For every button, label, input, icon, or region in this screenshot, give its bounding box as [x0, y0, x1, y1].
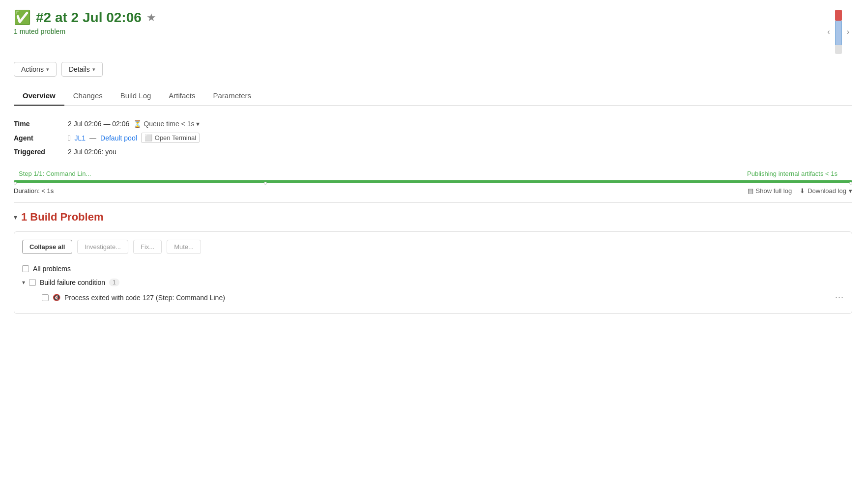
failure-condition-row: ▾ Build failure condition 1 — [22, 276, 844, 289]
triggered-row: Triggered 2 Jul 02:06: you — [14, 145, 852, 158]
queue-time[interactable]: ⏳ Queue time < 1s ▾ — [133, 120, 200, 128]
log-icon: ▤ — [748, 187, 753, 195]
time-label: Time — [14, 120, 63, 128]
tab-changes[interactable]: Changes — [64, 86, 112, 106]
progress-bar-wrapper — [14, 180, 852, 183]
section-title: 1 Build Problem — [21, 211, 103, 224]
investigate-button[interactable]: Investigate... — [77, 240, 128, 254]
download-icon: ⬇ — [800, 187, 805, 195]
section-divider — [14, 202, 852, 203]
agent-name-link[interactable]: JL1 — [74, 134, 86, 142]
scrollbar-indicator: ‹ › — [824, 10, 852, 54]
problem-item-row: 🔇 Process exited with code 127 (Step: Co… — [22, 289, 844, 306]
details-button[interactable]: Details ▾ — [61, 62, 103, 77]
time-value: 2 Jul 02:06 — 02:06 ⏳ Queue time < 1s ▾ — [68, 120, 200, 128]
terminal-label: Open Terminal — [155, 134, 196, 141]
actions-button[interactable]: Actions ▾ — [14, 62, 57, 77]
agent-dash: — — [89, 134, 96, 142]
step-labels: Step 1/1: Command Lin... Publishing inte… — [14, 170, 852, 177]
details-chevron-icon: ▾ — [92, 66, 95, 73]
agent-label: Agent — [14, 134, 63, 142]
scroll-prev-arrow[interactable]: ‹ — [824, 27, 833, 37]
progress-dot-start — [14, 182, 17, 185]
page-container: ✅ #2 at 2 Jul 02:06 ★ 1 muted problem ‹ … — [0, 0, 866, 324]
build-problems-header: ▾ 1 Build Problem — [14, 211, 852, 224]
time-range: 2 Jul 02:06 — 02:06 — [68, 120, 129, 128]
check-icon: ✅ — [14, 11, 31, 25]
all-problems-row: All problems — [22, 262, 844, 276]
step2-label[interactable]: Publishing internal artifacts < 1s — [747, 170, 837, 177]
all-problems-label: All problems — [33, 265, 71, 273]
problem-actions: Collapse all Investigate... Fix... Mute.… — [22, 240, 844, 254]
star-icon[interactable]: ★ — [146, 11, 156, 24]
section-collapse-chevron-icon[interactable]: ▾ — [14, 213, 17, 221]
agent-pool-link[interactable]: Default pool — [100, 134, 137, 142]
fix-button[interactable]: Fix... — [133, 240, 162, 254]
progress-dot-end — [849, 182, 852, 185]
apple-icon:  — [68, 134, 70, 142]
duration-row: Duration: < 1s ▤ Show full log ⬇ Downloa… — [14, 187, 852, 195]
all-problems-checkbox[interactable] — [22, 265, 29, 272]
tab-buildlog[interactable]: Build Log — [112, 86, 160, 106]
build-title: ✅ #2 at 2 Jul 02:06 ★ — [14, 10, 156, 26]
failure-condition-chevron-icon[interactable]: ▾ — [22, 279, 25, 286]
show-full-log-label: Show full log — [756, 187, 792, 195]
scroll-thumb-blue[interactable] — [835, 21, 842, 45]
scroll-next-arrow[interactable]: › — [844, 27, 852, 37]
log-actions: ▤ Show full log ⬇ Download log ▾ — [748, 187, 853, 195]
problem-item-checkbox[interactable] — [42, 294, 49, 301]
build-number: #2 at 2 Jul 02:06 — [36, 10, 142, 26]
problem-card: Collapse all Investigate... Fix... Mute.… — [14, 231, 852, 314]
scroll-track — [835, 10, 842, 54]
scroll-thumb-red — [835, 10, 842, 21]
terminal-icon: ⬜ — [144, 134, 152, 141]
queue-time-label: Queue time < 1s — [144, 120, 194, 128]
download-log-button[interactable]: ⬇ Download log ▾ — [800, 187, 852, 195]
failure-condition-checkbox[interactable] — [29, 279, 36, 286]
tab-parameters[interactable]: Parameters — [204, 86, 260, 106]
tabs: Overview Changes Build Log Artifacts Par… — [14, 86, 852, 106]
agent-value:  JL1 — Default pool ⬜ Open Terminal — [68, 133, 200, 143]
queue-time-chevron-icon: ▾ — [196, 120, 200, 128]
triggered-label: Triggered — [14, 148, 63, 156]
triggered-value: 2 Jul 02:06: you — [68, 148, 116, 156]
actions-chevron-icon: ▾ — [46, 66, 49, 73]
failure-condition-label: Build failure condition — [40, 279, 105, 286]
actions-label: Actions — [21, 65, 44, 73]
progress-bar — [14, 180, 852, 183]
tab-overview[interactable]: Overview — [14, 86, 64, 106]
failure-count-badge: 1 — [109, 279, 119, 286]
download-log-label: Download log — [808, 187, 846, 195]
show-full-log-button[interactable]: ▤ Show full log — [748, 187, 792, 195]
duration-text: Duration: < 1s — [14, 187, 54, 195]
progress-section: Step 1/1: Command Lin... Publishing inte… — [14, 170, 852, 195]
mute-icon: 🔇 — [53, 294, 60, 301]
scroll-nav: ‹ › — [824, 10, 852, 54]
collapse-all-button[interactable]: Collapse all — [22, 240, 72, 254]
build-details: Time 2 Jul 02:06 — 02:06 ⏳ Queue time < … — [14, 117, 852, 158]
open-terminal-button[interactable]: ⬜ Open Terminal — [141, 133, 200, 143]
download-log-chevron-icon: ▾ — [849, 187, 852, 195]
mute-button[interactable]: Mute... — [167, 240, 201, 254]
hourglass-icon: ⏳ — [133, 120, 142, 128]
tab-artifacts[interactable]: Artifacts — [160, 86, 204, 106]
action-buttons: Actions ▾ Details ▾ — [14, 62, 852, 77]
problem-text: Process exited with code 127 (Step: Comm… — [64, 294, 225, 302]
triggered-text: 2 Jul 02:06: you — [68, 148, 116, 156]
agent-row: Agent  JL1 — Default pool ⬜ Open Termin… — [14, 130, 852, 145]
muted-label: 1 muted problem — [14, 28, 156, 35]
more-options-button[interactable]: ··· — [835, 292, 844, 303]
step1-label[interactable]: Step 1/1: Command Lin... — [19, 170, 91, 177]
build-title-section: ✅ #2 at 2 Jul 02:06 ★ 1 muted problem — [14, 10, 156, 35]
time-row: Time 2 Jul 02:06 — 02:06 ⏳ Queue time < … — [14, 117, 852, 130]
build-header: ✅ #2 at 2 Jul 02:06 ★ 1 muted problem ‹ … — [14, 10, 852, 54]
progress-dot-mid — [264, 182, 267, 185]
details-label: Details — [69, 65, 90, 73]
